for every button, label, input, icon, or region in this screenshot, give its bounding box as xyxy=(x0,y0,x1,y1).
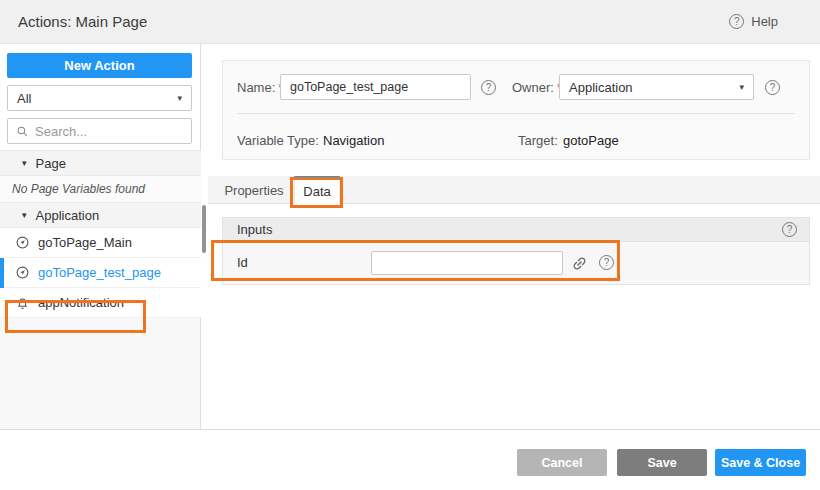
owner-select-value: Application xyxy=(569,80,633,95)
target-value: gotoPage xyxy=(563,133,619,148)
help-question-icon: ? xyxy=(729,14,744,29)
selected-indicator xyxy=(0,258,4,288)
inputs-help-icon[interactable]: ? xyxy=(782,222,797,237)
inputs-panel: Inputs ? Id ? xyxy=(222,217,810,285)
page-title: Actions: Main Page xyxy=(18,13,147,30)
name-input[interactable] xyxy=(280,74,471,100)
tree-item-appnotification[interactable]: appNotification xyxy=(0,288,201,318)
tab-bar: Properties Data xyxy=(208,176,820,204)
inputs-panel-body: Id ? xyxy=(223,242,809,284)
search-icon xyxy=(16,125,29,138)
card-divider xyxy=(237,113,795,114)
save-button[interactable]: Save xyxy=(617,449,707,476)
tab-data[interactable]: Data xyxy=(294,176,340,204)
tree-item-label: goToPage_test_page xyxy=(38,265,161,280)
tree-item-label: goToPage_Main xyxy=(38,235,132,250)
link-icon[interactable] xyxy=(571,254,589,272)
tree-group-application-label: Application xyxy=(36,208,100,223)
id-help-icon[interactable]: ? xyxy=(599,255,614,270)
navigation-icon xyxy=(16,236,29,249)
caret-down-icon: ▾ xyxy=(22,211,27,220)
id-field-label: Id xyxy=(237,255,248,270)
page-variables-empty-message: No Page Variables found xyxy=(0,176,201,202)
search-input[interactable] xyxy=(35,124,183,139)
tree-group-application[interactable]: ▾ Application xyxy=(0,202,201,228)
variable-filter-value: All xyxy=(17,91,31,106)
variable-type-value: Navigation xyxy=(323,133,384,148)
navigation-icon xyxy=(16,266,29,279)
target-label: Target: xyxy=(518,133,558,148)
caret-down-icon: ▾ xyxy=(22,159,27,168)
tree-group-page[interactable]: ▾ Page xyxy=(0,150,201,176)
tree-item-gotopage-main[interactable]: goToPage_Main xyxy=(0,228,201,258)
action-summary-card: Name:* ? Owner:* Application ▾ ? Variabl… xyxy=(222,60,810,160)
app-header: Actions: Main Page ? Help xyxy=(0,0,820,44)
help-button[interactable]: ? Help xyxy=(729,14,778,29)
bell-icon xyxy=(16,296,29,309)
chevron-down-icon: ▾ xyxy=(177,94,182,103)
tab-properties[interactable]: Properties xyxy=(222,176,286,204)
tree-item-label: appNotification xyxy=(38,295,124,310)
inputs-title: Inputs xyxy=(237,222,272,237)
cancel-button[interactable]: Cancel xyxy=(517,449,607,476)
chevron-down-icon: ▾ xyxy=(739,83,744,92)
owner-help-icon[interactable]: ? xyxy=(765,80,780,95)
main-panel: Name:* ? Owner:* Application ▾ ? Variabl… xyxy=(208,44,820,429)
save-and-close-button[interactable]: Save & Close xyxy=(715,449,806,476)
name-help-icon[interactable]: ? xyxy=(481,80,496,95)
sidebar-scrollbar[interactable] xyxy=(202,205,206,253)
owner-select[interactable]: Application ▾ xyxy=(559,74,754,100)
inputs-panel-header: Inputs ? xyxy=(223,218,809,242)
id-input[interactable] xyxy=(371,251,563,275)
sidebar: New Action All ▾ ▾ Page No Page Variable… xyxy=(0,44,201,429)
tree-item-gotopage-test-page[interactable]: goToPage_test_page xyxy=(0,258,201,288)
sidebar-search[interactable] xyxy=(7,118,192,144)
sidebar-empty-area xyxy=(0,318,200,429)
tree-group-page-label: Page xyxy=(36,156,66,171)
variable-type-label: Variable Type: xyxy=(237,133,319,148)
new-action-button[interactable]: New Action xyxy=(7,53,192,78)
owner-label: Owner:* xyxy=(512,80,562,95)
variable-filter-select[interactable]: All ▾ xyxy=(7,85,192,111)
footer-bar: Cancel Save Save & Close xyxy=(0,429,820,490)
name-label: Name:* xyxy=(237,80,283,95)
help-label: Help xyxy=(751,14,778,29)
